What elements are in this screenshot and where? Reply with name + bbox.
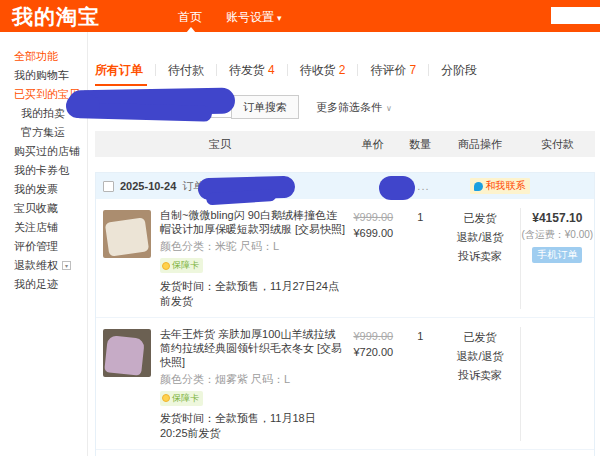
shipment-status: 已发货: [440, 330, 519, 345]
table-header: 宝贝 单价 数量 商品操作 实付款: [95, 131, 595, 157]
order-group: 2025-10-24 订单号: ... 和我联系 自制~微微bling闪 90白…: [95, 172, 595, 456]
shipping-time: 发货时间：全款预售，11月18日 20:25前发货: [160, 411, 346, 441]
buyer-name-ellipsis: ...: [417, 180, 429, 192]
sidebar-item-followed-shops[interactable]: 关注店铺: [0, 218, 87, 237]
product-info: 自制~微微bling闪 90白鹅绒棒撞色连帽设计加厚保暖短款羽绒服 [交易快照]…: [160, 208, 346, 309]
sidebar-item-all-functions[interactable]: 全部功能: [0, 47, 87, 66]
actions-cell: 已发货 退款/退货 投诉卖家: [440, 327, 519, 442]
col-header-paid-amount: 实付款: [520, 137, 595, 152]
order-tabs: 所有订单 待付款 待发货4 待收货2 待评价7 分阶段: [95, 59, 600, 81]
col-header-item-actions: 商品操作: [440, 137, 520, 152]
paid-amount: ¥4157.10: [521, 211, 594, 225]
tab-pending-payment[interactable]: 待付款: [156, 62, 216, 79]
warranty-card-badge: 保障卡: [160, 391, 203, 406]
redaction-scribble: [379, 176, 415, 200]
paid-amount-cell: ¥4157.10 (含运费：¥0.00) 手机订单: [520, 208, 594, 309]
tab-pending-receipt[interactable]: 待收货2: [288, 62, 358, 79]
nav-account-settings[interactable]: 账号设置▾: [226, 9, 282, 26]
product-title-link[interactable]: 自制~微微bling闪 90白鹅绒棒撞色连帽设计加厚保暖短款羽绒服 [交易快照]: [160, 208, 346, 236]
product-image[interactable]: [103, 210, 151, 258]
refund-link[interactable]: 退款/退货: [440, 230, 519, 245]
complain-seller-link[interactable]: 投诉卖家: [440, 249, 519, 264]
chevron-down-icon: ▾: [277, 13, 282, 23]
refund-link[interactable]: 退款/退货: [440, 349, 519, 364]
order-group-header: 2025-10-24 订单号: ... 和我联系: [96, 173, 594, 199]
warranty-icon: [162, 394, 170, 402]
more-filters-link[interactable]: 更多筛选条件∨: [316, 100, 392, 115]
paid-amount-cell: [520, 327, 594, 442]
active-nav-pointer: [186, 22, 196, 33]
unit-price-cell: ¥999.00 ¥699.00: [346, 208, 401, 309]
sidebar-item-cart[interactable]: 我的购物车: [0, 66, 87, 85]
tab-pending-shipment[interactable]: 待发货4: [217, 62, 287, 79]
tab-staged[interactable]: 分阶段: [429, 62, 489, 79]
shipment-status: 已发货: [440, 211, 519, 226]
original-price: ¥999.00: [346, 211, 401, 223]
redaction-scribble: [66, 94, 100, 118]
expand-icon[interactable]: ▾: [62, 261, 71, 270]
sidebar-item-consolidation[interactable]: 官方集运: [0, 123, 87, 142]
wangwang-icon: [474, 182, 483, 191]
shipping-time: 发货时间：全款预售，11月27日24点前发货: [160, 279, 346, 309]
my-taobao-page: 我的淘宝 首页 账号设置▾ 全部功能 我的购物车 已买到的宝贝▴ 我的拍卖 官方…: [0, 0, 600, 456]
col-header-unit-price: 单价: [345, 137, 400, 152]
contact-seller-badge[interactable]: 和我联系: [470, 178, 530, 194]
sidebar-item-refund-rights[interactable]: 退款维权▾: [0, 256, 87, 275]
taobao-logo[interactable]: 我的淘宝: [12, 3, 100, 31]
blurred-region: [551, 7, 600, 24]
tab-pending-review[interactable]: 待评价7: [358, 62, 428, 79]
product-cell: 自制~微微bling闪 90白鹅绒棒撞色连帽设计加厚保暖短款羽绒服 [交易快照]…: [96, 208, 346, 309]
order-item-row: 自制~微微bling闪 90白鹅绒棒撞色连帽设计加厚保暖短款羽绒服 [交易快照]…: [96, 199, 594, 317]
quantity-cell: 1: [401, 327, 441, 442]
order-item-row: 去年王炸货 亲肤加厚100山羊绒拉绒简约拉绒经典圆领针织毛衣冬女 [交易快照] …: [96, 317, 594, 450]
col-header-quantity: 数量: [400, 137, 440, 152]
mobile-order-badge: 手机订单: [532, 247, 582, 263]
current-price: ¥720.00: [346, 346, 401, 358]
tab-all-orders[interactable]: 所有订单: [95, 62, 155, 79]
complain-seller-link[interactable]: 投诉卖家: [440, 368, 519, 383]
tab-count-badge: 7: [409, 63, 416, 77]
order-checkbox[interactable]: [103, 181, 114, 192]
product-image[interactable]: [103, 329, 151, 377]
tab-count-badge: 4: [268, 63, 275, 77]
warranty-icon: [162, 262, 170, 270]
chevron-down-icon: ∨: [386, 104, 392, 113]
shipping-fee-note: (含运费：¥0.00): [521, 228, 594, 242]
order-search-button[interactable]: 订单搜索: [231, 95, 299, 119]
app-header: 我的淘宝 首页 账号设置▾: [0, 0, 600, 32]
sidebar-item-coupons[interactable]: 我的卡券包: [0, 161, 87, 180]
tab-count-badge: 2: [339, 63, 346, 77]
warranty-card-badge: 保障卡: [160, 258, 203, 273]
col-header-item: 宝贝: [95, 137, 345, 152]
sidebar-item-shops-bought[interactable]: 购买过的店铺: [0, 142, 87, 161]
original-price: ¥999.00: [346, 330, 401, 342]
order-item-row: 元版复刻！Her**100%山羊绒手工定制加厚保暖气质百搭呢大衣外套 [交易快照…: [96, 449, 594, 456]
sidebar-item-footprints[interactable]: 我的足迹: [0, 275, 87, 294]
sidebar-item-invoices[interactable]: 我的发票: [0, 180, 87, 199]
redaction-scribble: [198, 176, 296, 201]
sidebar-item-favorites[interactable]: 宝贝收藏: [0, 199, 87, 218]
sidebar-item-reviews[interactable]: 评价管理: [0, 237, 87, 256]
product-info: 去年王炸货 亲肤加厚100山羊绒拉绒简约拉绒经典圆领针织毛衣冬女 [交易快照] …: [160, 327, 346, 442]
product-cell: 去年王炸货 亲肤加厚100山羊绒拉绒简约拉绒经典圆领针织毛衣冬女 [交易快照] …: [96, 327, 346, 442]
order-date: 2025-10-24: [120, 180, 176, 192]
actions-cell: 已发货 退款/退货 投诉卖家: [440, 208, 519, 309]
product-title-link[interactable]: 去年王炸货 亲肤加厚100山羊绒拉绒简约拉绒经典圆领针织毛衣冬女 [交易快照]: [160, 327, 346, 369]
current-price: ¥699.00: [346, 227, 401, 239]
unit-price-cell: ¥999.00 ¥720.00: [346, 327, 401, 442]
quantity-cell: 1: [401, 208, 441, 309]
product-sku: 颜色分类：米驼 尺码：L: [160, 239, 346, 254]
product-sku: 颜色分类：烟雾紫 尺码：L: [160, 372, 346, 387]
